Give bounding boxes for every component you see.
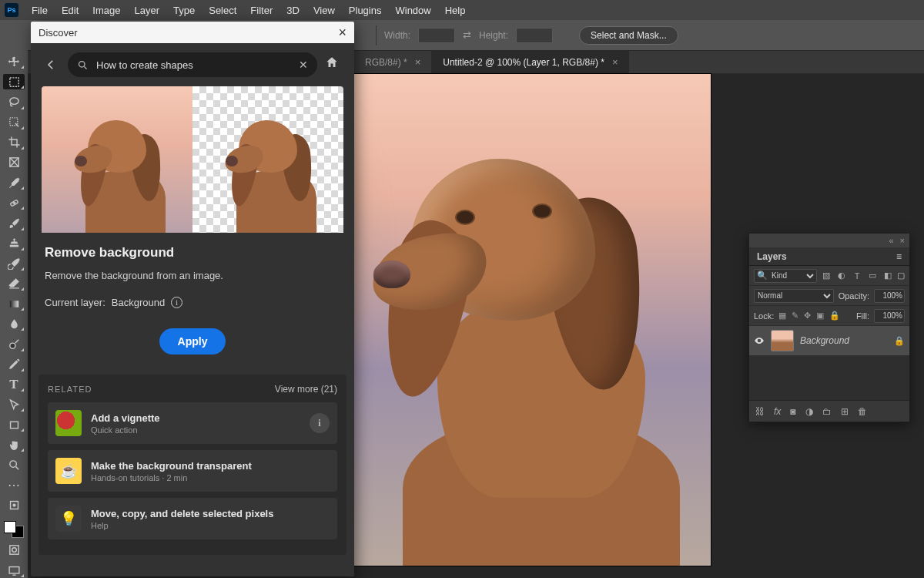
tool-dodge[interactable] bbox=[3, 336, 25, 351]
close-panel-icon[interactable]: × bbox=[900, 236, 905, 245]
filter-adjust-icon[interactable]: ◐ bbox=[837, 271, 846, 281]
layers-tab[interactable]: Layers ≡ bbox=[749, 247, 909, 266]
tool-more[interactable]: ⋯ bbox=[3, 478, 25, 493]
tool-zoom[interactable] bbox=[3, 457, 25, 472]
menu-plugins[interactable]: Plugins bbox=[342, 0, 389, 20]
filter-smart-icon[interactable]: ◧ bbox=[883, 271, 892, 281]
delete-layer-icon[interactable]: 🗑 bbox=[858, 406, 867, 417]
new-layer-icon[interactable]: ⊞ bbox=[841, 406, 849, 417]
lock-brush-icon[interactable]: ✎ bbox=[792, 311, 798, 321]
link-layers-icon[interactable]: ⛓ bbox=[755, 406, 765, 417]
lock-all-icon[interactable]: 🔒 bbox=[829, 311, 840, 321]
tool-healing-brush[interactable] bbox=[3, 195, 25, 210]
search-input[interactable] bbox=[95, 59, 293, 72]
document-tab[interactable]: Untitled-2 @ 100% (Layer 1, RGB/8#) * × bbox=[432, 51, 629, 74]
lightbulb-icon: 💡 bbox=[55, 506, 82, 532]
foreground-color-swatch[interactable] bbox=[4, 521, 16, 533]
close-tab-icon[interactable]: × bbox=[415, 56, 421, 68]
blend-mode-select[interactable]: Normal bbox=[754, 289, 834, 303]
menu-filter[interactable]: Filter bbox=[243, 0, 280, 20]
menu-3d[interactable]: 3D bbox=[280, 0, 306, 20]
document-tab[interactable]: RGB/8#) * × bbox=[354, 51, 432, 74]
tool-path-selection[interactable] bbox=[3, 397, 25, 412]
tool-eraser[interactable] bbox=[3, 276, 25, 291]
close-tab-icon[interactable]: × bbox=[612, 56, 618, 68]
close-icon[interactable]: × bbox=[338, 25, 346, 41]
back-button[interactable] bbox=[42, 55, 60, 74]
adjustment-layer-icon[interactable]: ◑ bbox=[805, 406, 813, 417]
filter-shape-icon[interactable]: ▭ bbox=[868, 271, 877, 281]
related-card[interactable]: 💡 Move, copy, and delete selected pixels… bbox=[48, 498, 337, 539]
menu-image[interactable]: Image bbox=[85, 0, 127, 20]
menu-view[interactable]: View bbox=[306, 0, 342, 20]
clear-search-icon[interactable]: ✕ bbox=[299, 59, 308, 71]
menu-type[interactable]: Type bbox=[166, 0, 202, 20]
discover-titlebar[interactable]: Discover × bbox=[31, 22, 354, 43]
tool-history-brush[interactable] bbox=[3, 256, 25, 271]
width-field[interactable] bbox=[418, 28, 455, 43]
lock-pixels-icon[interactable]: ▦ bbox=[778, 311, 786, 321]
card-thumbnail: ☕ bbox=[55, 458, 82, 484]
related-card[interactable]: Add a vignette Quick action i bbox=[48, 402, 337, 444]
menu-file[interactable]: File bbox=[25, 0, 55, 20]
lock-icon[interactable]: 🔒 bbox=[894, 336, 905, 346]
tool-clone-stamp[interactable] bbox=[3, 236, 25, 251]
select-and-mask-button[interactable]: Select and Mask... bbox=[579, 26, 678, 45]
preview-after bbox=[192, 86, 343, 233]
menu-edit[interactable]: Edit bbox=[55, 0, 85, 20]
view-more-link[interactable]: View more (21) bbox=[275, 384, 337, 395]
menu-layer[interactable]: Layer bbox=[128, 0, 167, 20]
tool-brush[interactable] bbox=[3, 215, 25, 230]
color-swatches[interactable] bbox=[4, 521, 24, 538]
layers-panel[interactable]: « × Layers ≡ 🔍 Kind ▧ ◐ T ▭ ◧ ▢ Normal O… bbox=[748, 233, 910, 422]
search-field[interactable]: ✕ bbox=[68, 52, 317, 77]
tool-frame[interactable] bbox=[3, 155, 25, 170]
tool-gradient[interactable] bbox=[3, 296, 25, 311]
visibility-icon[interactable] bbox=[754, 335, 765, 346]
layer-fx-icon[interactable]: fx bbox=[774, 406, 781, 417]
tool-edit-toolbar[interactable] bbox=[3, 498, 25, 513]
tool-eyedropper[interactable] bbox=[3, 175, 25, 190]
tool-blur[interactable] bbox=[3, 316, 25, 331]
tool-rectangle[interactable] bbox=[3, 417, 25, 432]
layer-thumbnail[interactable] bbox=[771, 330, 794, 351]
new-group-icon[interactable]: 🗀 bbox=[822, 406, 832, 417]
discover-home-button[interactable] bbox=[325, 55, 343, 74]
opacity-field[interactable] bbox=[874, 289, 905, 303]
tool-move[interactable] bbox=[3, 54, 25, 69]
card-title: Make the background transparent bbox=[91, 460, 330, 472]
tool-pen[interactable] bbox=[3, 357, 25, 372]
lock-position-icon[interactable]: ✥ bbox=[804, 311, 811, 321]
apply-button[interactable]: Apply bbox=[159, 328, 226, 355]
height-field[interactable] bbox=[516, 28, 553, 43]
tool-screen-mode[interactable] bbox=[3, 563, 25, 578]
tool-type[interactable]: T bbox=[3, 377, 25, 392]
collapse-panel-icon[interactable]: « bbox=[889, 236, 893, 245]
panel-menu-icon[interactable]: ≡ bbox=[896, 251, 902, 262]
tool-lasso[interactable] bbox=[3, 94, 25, 109]
lock-artboard-icon[interactable]: ▣ bbox=[816, 311, 824, 321]
search-icon: 🔍 bbox=[757, 271, 768, 281]
filter-type-icon[interactable]: T bbox=[852, 271, 862, 281]
tool-marquee[interactable] bbox=[3, 74, 25, 89]
tool-quick-mask[interactable] bbox=[3, 543, 25, 558]
layer-name[interactable]: Background bbox=[800, 335, 888, 346]
info-icon[interactable]: i bbox=[310, 413, 330, 433]
swap-dimensions-icon[interactable]: ⇄ bbox=[463, 29, 471, 41]
filter-pixel-icon[interactable]: ▧ bbox=[822, 271, 831, 281]
menu-window[interactable]: Window bbox=[388, 0, 437, 20]
svg-rect-5 bbox=[9, 301, 18, 307]
tool-quick-selection[interactable] bbox=[3, 115, 25, 130]
fill-field[interactable] bbox=[874, 309, 905, 323]
add-mask-icon[interactable]: ◙ bbox=[790, 406, 795, 417]
layer-row[interactable]: Background 🔒 bbox=[749, 326, 909, 355]
related-card[interactable]: ☕ Make the background transparent Hands-… bbox=[48, 450, 337, 492]
menu-select[interactable]: Select bbox=[202, 0, 243, 20]
info-icon[interactable]: i bbox=[171, 297, 182, 308]
filter-toggle-icon[interactable]: ▢ bbox=[897, 271, 905, 281]
tool-hand[interactable] bbox=[3, 437, 25, 452]
tool-crop[interactable] bbox=[3, 135, 25, 150]
layer-filter-icons[interactable]: ▧ ◐ T ▭ ◧ bbox=[822, 271, 892, 281]
discover-panel[interactable]: Discover × ✕ Remove background Remove th… bbox=[31, 22, 354, 576]
menu-help[interactable]: Help bbox=[438, 0, 473, 20]
